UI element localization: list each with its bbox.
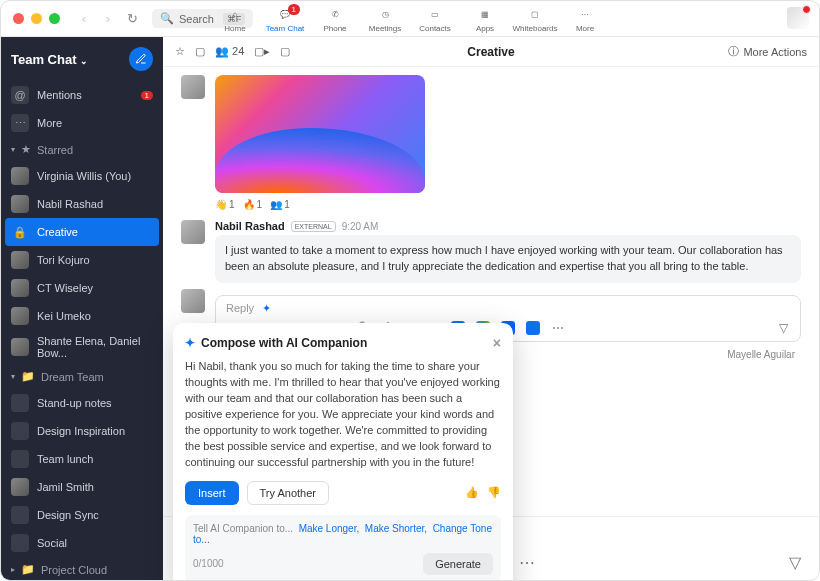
popup-body: Hi Nabil, thank you so much for taking t… — [185, 359, 501, 471]
generate-button[interactable]: Generate — [423, 553, 493, 575]
channel-name: Creative — [467, 45, 514, 59]
member-count[interactable]: 👥 24 — [215, 45, 244, 58]
message-time: 9:20 AM — [342, 221, 379, 232]
app-icon-4[interactable] — [526, 321, 540, 335]
section-project-cloud[interactable]: ▸📁Project Cloud — [1, 557, 163, 580]
suggest-shorter[interactable]: Make Shorter, — [365, 523, 427, 534]
chevron-down-icon: ▾ — [11, 145, 15, 154]
message-body: I just wanted to take a moment to expres… — [215, 235, 801, 283]
reaction-1[interactable]: 👋 1 — [215, 199, 235, 210]
section-dream-team[interactable]: ▾📁Dream Team — [1, 364, 163, 389]
top-nav: ⌂Home 💬1Team Chat ✆Phone ◷Meetings ▭Cont… — [210, 5, 610, 33]
tab-apps[interactable]: ▦Apps — [460, 5, 510, 33]
sidebar-item-lunch[interactable]: Team lunch — [1, 445, 163, 473]
nav-back[interactable]: ‹ — [74, 9, 94, 29]
suggest-longer[interactable]: Make Longer, — [299, 523, 360, 534]
suggest-label: Tell AI Companion to... — [193, 523, 293, 534]
folder-icon: 📁 — [21, 370, 35, 383]
sidebar-item-social[interactable]: Social — [1, 529, 163, 557]
close-popup[interactable]: × — [493, 335, 501, 351]
whiteboard-icon[interactable]: ▢ — [280, 45, 290, 58]
try-another-button[interactable]: Try Another — [247, 481, 329, 505]
close-window[interactable] — [13, 13, 24, 24]
image-attachment[interactable] — [215, 75, 425, 193]
ai-sparkle-icon[interactable]: ✦ — [262, 302, 271, 315]
whiteboard-icon: ▢ — [527, 7, 543, 23]
external-badge: EXTERNAL — [291, 221, 336, 232]
minimize-window[interactable] — [31, 13, 42, 24]
char-counter: 0/1000 — [193, 558, 224, 569]
nav-forward[interactable]: › — [98, 9, 118, 29]
maximize-window[interactable] — [49, 13, 60, 24]
sidebar-title[interactable]: Team Chat ⌄ — [11, 52, 88, 67]
channel-header: ☆ ▢ 👥 24 ▢▸ ▢ Creative ⓘ More Actions — [163, 37, 819, 67]
filter-icon[interactable]: ▽ — [789, 553, 801, 572]
bookmark-icon[interactable]: ▢ — [195, 45, 205, 58]
reaction-2[interactable]: 🔥 1 — [243, 199, 263, 210]
sidebar: Team Chat ⌄ @Mentions1 ⋯More ▾★Starred V… — [1, 37, 163, 580]
lock-icon — [11, 506, 29, 524]
more-actions[interactable]: More Actions — [743, 46, 807, 58]
section-starred[interactable]: ▾★Starred — [1, 137, 163, 162]
message-author: Nabil Rashad — [215, 220, 285, 232]
more-icon: ⋯ — [577, 7, 593, 23]
sidebar-item-design-insp[interactable]: Design Inspiration — [1, 417, 163, 445]
message-avatar — [181, 75, 205, 99]
reaction-3[interactable]: 👥 1 — [270, 199, 290, 210]
video-icon[interactable]: ▢▸ — [254, 45, 270, 58]
filter-icon[interactable]: ▽ — [776, 321, 790, 335]
ai-companion-popup: ✦ Compose with AI Companion × Hi Nabil, … — [173, 323, 513, 581]
folder-icon: 📁 — [21, 563, 35, 576]
sidebar-item-design-sync[interactable]: Design Sync — [1, 501, 163, 529]
sparkle-icon: ✦ — [185, 336, 195, 350]
search-icon: 🔍 — [160, 12, 174, 25]
sidebar-item-group[interactable]: Shante Elena, Daniel Bow... — [1, 330, 163, 364]
tab-meetings[interactable]: ◷Meetings — [360, 5, 410, 33]
sidebar-mentions[interactable]: @Mentions1 — [1, 81, 163, 109]
compose-button[interactable] — [129, 47, 153, 71]
thumbs-up-icon[interactable]: 👍 — [465, 486, 479, 499]
popup-title: Compose with AI Companion — [201, 336, 367, 350]
window-titlebar: ‹ › ↻ 🔍 Search ⌘F ⌂Home 💬1Team Chat ✆Pho… — [1, 1, 819, 37]
mentions-badge: 1 — [141, 91, 153, 100]
insert-button[interactable]: Insert — [185, 481, 239, 505]
sidebar-item-kei[interactable]: Kei Umeko — [1, 302, 163, 330]
sidebar-item-virginia[interactable]: Virginia Willis (You) — [1, 162, 163, 190]
sidebar-item-standup[interactable]: Stand-up notes — [1, 389, 163, 417]
window-controls — [13, 13, 60, 24]
dots-icon: ⋯ — [11, 114, 29, 132]
tab-more[interactable]: ⋯More — [560, 5, 610, 33]
info-icon[interactable]: ⓘ — [728, 44, 739, 59]
thumbs-down-icon[interactable]: 👎 — [487, 486, 501, 499]
more-toolbar-icon[interactable]: ⋯ — [519, 553, 535, 572]
history-icon[interactable]: ↻ — [122, 9, 142, 29]
reply-placeholder[interactable]: Reply — [226, 302, 254, 314]
reply-avatar — [181, 289, 205, 313]
star-icon: ★ — [21, 143, 31, 156]
tab-home[interactable]: ⌂Home — [210, 5, 260, 33]
lock-icon — [11, 534, 29, 552]
user-avatar[interactable] — [787, 7, 809, 29]
sidebar-more[interactable]: ⋯More — [1, 109, 163, 137]
tab-team-chat[interactable]: 💬1Team Chat — [260, 5, 310, 33]
tab-contacts[interactable]: ▭Contacts — [410, 5, 460, 33]
contacts-icon: ▭ — [427, 7, 443, 23]
sidebar-item-nabil[interactable]: Nabil Rashad — [1, 190, 163, 218]
tab-whiteboards[interactable]: ▢Whiteboards — [510, 5, 560, 33]
lock-icon — [11, 450, 29, 468]
more-toolbar-icon[interactable]: ⋯ — [551, 321, 565, 335]
chat-badge: 1 — [288, 4, 300, 15]
sidebar-item-creative[interactable]: 🔒Creative — [5, 218, 159, 246]
sidebar-item-jamil[interactable]: Jamil Smith — [1, 473, 163, 501]
sidebar-item-tori[interactable]: Tori Kojuro — [1, 246, 163, 274]
lock-icon: 🔒 — [11, 223, 29, 241]
tab-phone[interactable]: ✆Phone — [310, 5, 360, 33]
star-channel-icon[interactable]: ☆ — [175, 45, 185, 58]
member-hint: Mayelle Aguilar — [727, 349, 795, 360]
phone-icon: ✆ — [327, 7, 343, 23]
hash-icon — [11, 394, 29, 412]
sidebar-item-ct[interactable]: CT Wiseley — [1, 274, 163, 302]
chevron-right-icon: ▸ — [11, 565, 15, 574]
home-icon: ⌂ — [227, 7, 243, 23]
at-icon: @ — [11, 86, 29, 104]
